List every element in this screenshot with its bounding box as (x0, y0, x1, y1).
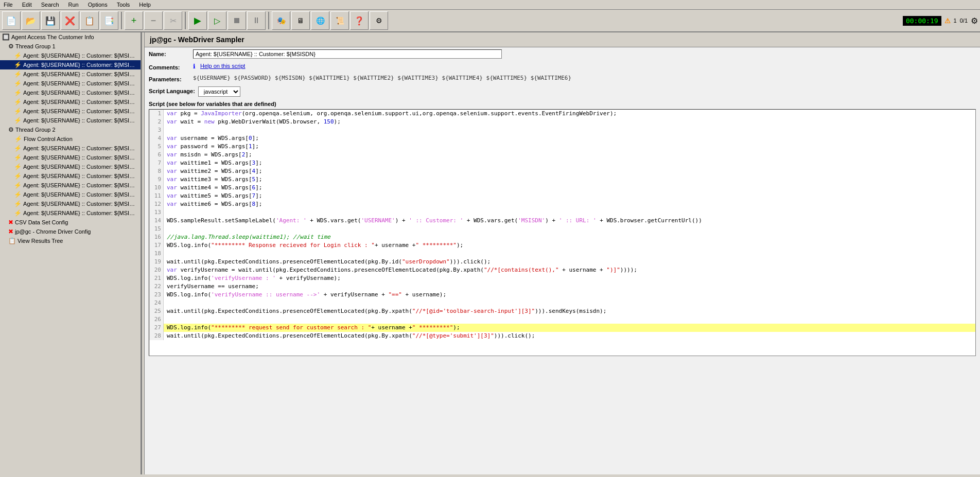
tree-icon-a4: ⚡ (14, 80, 22, 87)
nongui-button[interactable]: 🖥 (291, 11, 310, 30)
timer-display: 00:00:19 (903, 16, 941, 26)
gui-toggle-button[interactable]: 🎭 (272, 11, 290, 30)
tree-icon-chrome: ✖ (8, 228, 13, 235)
tree-label-fca: Flow Control Action (24, 136, 73, 142)
warning-icon: ⚠ (944, 17, 951, 25)
sampler-header: jp@gc - WebDriver Sampler (145, 32, 980, 47)
tree-icon-b7: ⚡ (14, 200, 22, 207)
tree-item-chrome[interactable]: ✖ jp@gc - Chrome Driver Config (0, 227, 141, 236)
tree-item-csv[interactable]: ✖ CSV Data Set Config (0, 218, 141, 227)
comments-row: Comments: ℹ Help on this script (145, 61, 980, 73)
tree-item-b7[interactable]: ⚡ Agent: ${USERNAME} :: Customer: ${MSIS… (0, 199, 141, 208)
remove-button[interactable]: − (144, 11, 163, 30)
code-editor[interactable]: 1 var pkg = JavaImporter(org.openqa.sele… (149, 109, 976, 356)
tree-icon-b3: ⚡ (14, 163, 22, 170)
tree-item-a4[interactable]: ⚡ Agent: ${USERNAME} :: Customer: ${MSIS… (0, 79, 141, 88)
menu-file[interactable]: File (2, 1, 14, 8)
code-line-26: 26 (149, 315, 975, 324)
sampler-title: jp@gc - WebDriver Sampler (150, 36, 244, 44)
tree-item-a5[interactable]: ⚡ Agent: ${USERNAME} :: Customer: ${MSIS… (0, 88, 141, 97)
separator-2 (185, 12, 186, 29)
tree-label-csv: CSV Data Set Config (15, 219, 68, 225)
function-helper-button[interactable]: ⚙ (370, 11, 388, 30)
menu-edit[interactable]: Edit (21, 1, 33, 8)
menu-tools[interactable]: Tools (115, 1, 132, 8)
tree-icon-b4: ⚡ (14, 172, 22, 180)
tree-item-b5[interactable]: ⚡ Agent: ${USERNAME} :: Customer: ${MSIS… (0, 181, 141, 190)
tree-label-b2: Agent: ${USERNAME} :: Customer: ${MSISDN… (23, 154, 138, 161)
tree-item-a1[interactable]: ⚡ Agent: ${USERNAME} :: Customer: ${MSIS… (0, 51, 141, 60)
settings-icon[interactable]: ⚙ (971, 16, 978, 26)
tree-item-a7[interactable]: ⚡ Agent: ${USERNAME} :: Customer: ${MSIS… (0, 107, 141, 116)
tree-item-a8[interactable]: ⚡ Agent: ${USERNAME} :: Customer: ${MSIS… (0, 116, 141, 125)
tree-label-a8: Agent: ${USERNAME} :: Customer: ${MSISDN… (23, 117, 138, 123)
paste-button[interactable]: 📑 (100, 11, 118, 30)
tree-label-chrome: jp@gc - Chrome Driver Config (15, 228, 91, 235)
name-label: Name: (149, 49, 190, 57)
tree-item-b2[interactable]: ⚡ Agent: ${USERNAME} :: Customer: ${MSIS… (0, 153, 141, 162)
page-counter: 0/1 (960, 17, 968, 24)
tree-item-vrt[interactable]: 📋 View Results Tree (0, 236, 141, 245)
code-line-23: 23 WDS.log.info('verifyUsername :: usern… (149, 291, 975, 299)
tree-panel: 🔲 Agent Access The Customer Info ⚙ Threa… (0, 32, 142, 474)
menu-options[interactable]: Options (86, 1, 109, 8)
code-line-12: 12 var waittime6 = WDS.args[8]; (149, 200, 975, 208)
tree-icon-fca: ⚡ (14, 135, 22, 143)
tree-item-tg2[interactable]: ⚙ Thread Group 2 (0, 125, 141, 134)
code-line-7: 7 var waittime1 = WDS.args[3]; (149, 159, 975, 167)
add-button[interactable]: + (125, 11, 143, 30)
help-button[interactable]: ❓ (350, 11, 369, 30)
code-line-27: 27 WDS.log.info("********* request send … (149, 324, 975, 332)
tree-item-b8[interactable]: ⚡ Agent: ${USERNAME} :: Customer: ${MSIS… (0, 208, 141, 218)
code-line-10: 10 var waittime4 = WDS.args[6]; (149, 184, 975, 192)
tree-icon-root: 🔲 (2, 33, 10, 41)
menu-help[interactable]: Help (137, 1, 152, 8)
params-value: ${USERNAME} ${PASSWORD} ${MSISDN} ${WAIT… (193, 75, 571, 81)
shutdown-button[interactable]: ⏸ (247, 11, 266, 30)
new-button[interactable]: 📄 (2, 11, 21, 30)
menu-run[interactable]: Run (67, 1, 80, 8)
code-line-15: 15 (149, 225, 975, 233)
code-line-28: 28 wait.until(pkg.ExpectedConditions.pre… (149, 332, 975, 340)
tree-item-fca[interactable]: ⚡ Flow Control Action (0, 134, 141, 144)
info-icon: ℹ (193, 63, 196, 70)
tree-icon-vrt: 📋 (8, 237, 16, 244)
tree-item-root[interactable]: 🔲 Agent Access The Customer Info (0, 32, 141, 42)
save-button[interactable]: 💾 (41, 11, 60, 30)
template-button[interactable]: 📜 (330, 11, 349, 30)
copy-button[interactable]: 📋 (80, 11, 99, 30)
tree-label-a7: Agent: ${USERNAME} :: Customer: ${MSISDN… (23, 108, 138, 114)
code-line-16: 16 //java.lang.Thread.sleep(waittime1); … (149, 233, 975, 241)
tree-item-b1[interactable]: ⚡ Agent: ${USERNAME} :: Customer: ${MSIS… (0, 144, 141, 153)
open-button[interactable]: 📂 (22, 11, 40, 30)
stop-button[interactable]: ⏹ (227, 11, 246, 30)
script-lang-label: Script Language: (149, 86, 195, 94)
menu-search[interactable]: Search (40, 1, 61, 8)
tree-label-root: Agent Access The Customer Info (11, 34, 94, 40)
tree-item-a3[interactable]: ⚡ Agent: ${USERNAME} :: Customer: ${MSIS… (0, 69, 141, 79)
tree-icon-b8: ⚡ (14, 209, 22, 217)
tree-item-b4[interactable]: ⚡ Agent: ${USERNAME} :: Customer: ${MSIS… (0, 171, 141, 181)
script-section: Script (see below for variables that are… (145, 99, 980, 358)
tree-label-b5: Agent: ${USERNAME} :: Customer: ${MSISDN… (23, 182, 138, 188)
tree-item-b3[interactable]: ⚡ Agent: ${USERNAME} :: Customer: ${MSIS… (0, 162, 141, 171)
tree-item-tg1[interactable]: ⚙ Thread Group 1 (0, 42, 141, 51)
tree-label-b1: Agent: ${USERNAME} :: Customer: ${MSISDN… (23, 145, 138, 151)
remote-button[interactable]: 🌐 (311, 11, 329, 30)
run-button[interactable]: ▶ (188, 11, 207, 30)
start-no-pause-button[interactable]: ▷ (208, 11, 226, 30)
code-line-21: 21 WDS.log.info('verifyUsername : ' + ve… (149, 274, 975, 282)
tree-item-a6[interactable]: ⚡ Agent: ${USERNAME} :: Customer: ${MSIS… (0, 97, 141, 107)
script-lang-select[interactable]: javascript groovy beanshell (198, 86, 240, 97)
help-link[interactable]: Help on this script (200, 63, 245, 69)
params-label: Parameters: (149, 75, 190, 82)
content-panel: jp@gc - WebDriver Sampler Name: Comments… (145, 32, 980, 474)
code-line-22: 22 verifyUsername == username; (149, 282, 975, 291)
clear-button[interactable]: ✂ (164, 11, 182, 30)
tree-label-vrt: View Results Tree (18, 238, 63, 244)
tree-label-tg1: Thread Group 1 (15, 43, 56, 49)
tree-item-b6[interactable]: ⚡ Agent: ${USERNAME} :: Customer: ${MSIS… (0, 190, 141, 199)
revert-button[interactable]: ❌ (61, 11, 79, 30)
tree-item-a2[interactable]: ⚡ Agent: ${USERNAME} :: Customer: ${MSIS… (0, 60, 141, 69)
name-input[interactable] (193, 49, 502, 59)
